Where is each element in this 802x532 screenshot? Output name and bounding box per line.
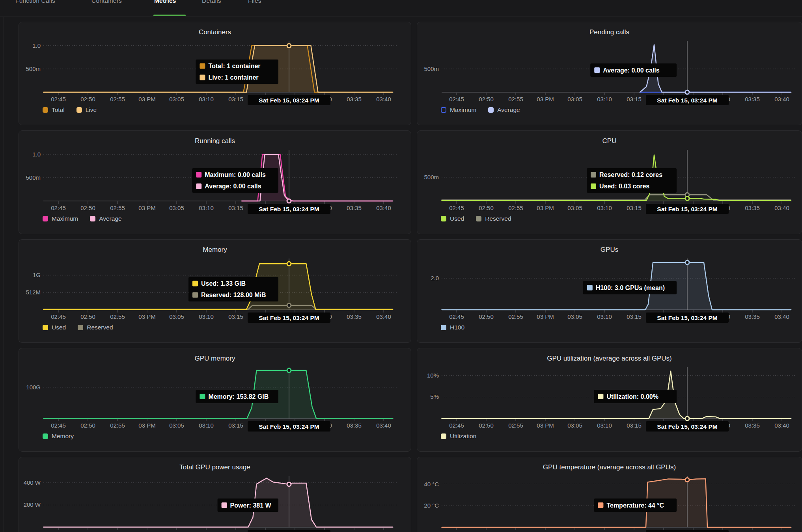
chart-plot-gpu-temperature[interactable]: 40 °C20 °C02:4502:5002:5503 PM03:0503:10… [417,457,802,532]
legend-item-maximum[interactable]: Maximum [43,215,78,222]
tab-containers[interactable]: Containers [91,0,122,4]
y-axis-label: 20 °C [424,502,439,509]
legend-swatch-utilization [441,433,446,439]
legend-swatch-average [90,216,95,221]
x-axis-label: 03:05 [567,422,582,429]
legend-item-reserved[interactable]: Reserved [476,215,511,222]
legend-swatch-used [441,216,446,221]
legend-item-utilization[interactable]: Utilization [441,433,476,440]
crosshair-time-tooltip-label: Sat Feb 15, 03:24 PM [657,206,717,212]
crosshair-time-tooltip-label: Sat Feb 15, 03:24 PM [259,314,319,321]
tooltip-swatch [200,394,205,399]
x-axis-label: 03 PM [138,313,155,320]
tooltip-swatch [196,184,201,189]
x-axis-label: 02:50 [479,205,494,211]
x-axis-label: 03:10 [199,313,214,320]
chart-legend-cpu: UsedReserved [441,215,511,222]
chart-legend-gpu-utilization: Utilization [441,433,476,440]
y-axis-label: 500m [26,174,41,181]
x-axis-label: 03:35 [745,422,760,429]
legend-swatch-maximum [441,107,446,113]
legend-label: Utilization [450,433,476,440]
legend-item-h100[interactable]: H100 [441,324,464,331]
x-axis-label: 03:15 [228,96,243,102]
x-axis-label: 02:50 [80,422,95,429]
legend-swatch-live [76,107,82,113]
hover-marker-power [287,482,291,486]
legend-label: Average [497,106,520,113]
hover-marker-h100 [685,260,689,264]
metric-card-gpu-memory: GPU memory100G02:4502:5002:5503 PM03:050… [19,348,411,452]
x-axis-label: 03:40 [376,422,391,429]
x-axis-label: 02:45 [51,313,66,320]
x-axis-label: 03:10 [597,313,612,320]
x-axis-label: 03:35 [347,205,362,211]
chart-plot-gpus[interactable]: 2.002:4502:5002:5503 PM03:0503:1003:1503… [417,240,802,343]
x-axis-label: 03:05 [169,422,184,429]
legend-item-reserved[interactable]: Reserved [78,324,113,331]
legend-item-average[interactable]: Average [488,106,520,113]
y-axis-label: 1G [33,272,41,278]
crosshair-time-tooltip-label: Sat Feb 15, 03:24 PM [259,423,319,430]
x-axis-label: 02:45 [449,96,464,102]
tooltip-value-label: Live: 1 container [208,74,258,81]
x-axis-label: 03 PM [537,205,554,211]
hover-marker-memory [287,368,291,372]
legend-item-memory[interactable]: Memory [43,433,74,440]
x-axis-label: 03:15 [228,422,243,429]
tooltip-value-label: Power: 381 W [230,502,272,509]
y-axis-label: 1.0 [32,42,41,49]
tooltip-value-label: Reserved: 0.12 cores [599,171,662,178]
x-axis-label: 03:05 [567,313,582,320]
x-axis-label: 03:40 [774,96,789,102]
legend-label: H100 [450,324,464,331]
hover-marker-live [287,44,291,48]
crosshair-time-tooltip-label: Sat Feb 15, 03:24 PM [657,314,717,321]
tab-function-calls[interactable]: Function Calls [15,0,55,4]
y-axis-label: 2.0 [431,275,439,281]
metrics-chart-grid: Containers1.0500m02:4502:5002:5503 PM03:… [19,22,802,532]
y-axis-label: 500m [424,65,439,72]
legend-label: Memory [52,433,74,440]
legend-swatch-reserved [78,325,83,330]
x-axis-label: 03:10 [199,96,214,102]
legend-item-maximum[interactable]: Maximum [441,106,476,113]
x-axis-label: 03:35 [347,96,362,102]
crosshair-time-tooltip-label: Sat Feb 15, 03:24 PM [657,97,717,104]
x-axis-label: 03:15 [627,96,642,102]
chart-legend-memory: UsedReserved [43,324,113,331]
x-axis-label: 03:10 [597,205,612,211]
chart-legend-gpus: H100 [441,324,464,331]
legend-item-live[interactable]: Live [76,106,97,113]
x-axis-label: 03:15 [228,205,243,211]
legend-label: Used [450,215,464,222]
legend-item-total[interactable]: Total [43,106,65,113]
tooltip-swatch [200,75,205,80]
tooltip-value-label: Maximum: 0.00 calls [205,171,266,178]
tooltip-swatch [222,502,227,508]
x-axis-label: 03:35 [745,96,760,102]
tab-files[interactable]: Files [248,0,261,4]
chart-legend-gpu-memory: Memory [43,433,74,440]
legend-item-average[interactable]: Average [90,215,121,222]
series-line-reserved [442,195,791,200]
x-axis-label: 03:40 [376,96,391,102]
legend-item-used[interactable]: Used [43,324,66,331]
metric-card-gpu-temperature: GPU temperature (average across all GPUs… [417,457,802,532]
x-axis-label: 02:55 [110,422,125,429]
x-axis-label: 03:05 [567,96,582,102]
legend-item-used[interactable]: Used [441,215,464,222]
x-axis-label: 03:40 [376,313,391,320]
x-axis-label: 03:35 [347,422,362,429]
tooltip-swatch [591,184,596,189]
legend-swatch-total [43,107,48,113]
x-axis-label: 03:35 [347,313,362,320]
tooltip-value-label: Used: 1.33 GiB [201,280,246,287]
chart-plot-gpu-power[interactable]: 400 W200 W02:4502:5002:5503 PM03:0503:10… [19,457,411,532]
tab-metrics[interactable]: Metrics [154,0,176,4]
x-axis-label: 02:50 [80,205,95,211]
x-axis-label: 02:50 [479,313,494,320]
crosshair-time-tooltip-label: Sat Feb 15, 03:24 PM [259,97,319,104]
chart-plot-gpu-memory[interactable]: 100G02:4502:5002:5503 PM03:0503:1003:150… [19,348,411,452]
tab-details[interactable]: Details [202,0,221,4]
